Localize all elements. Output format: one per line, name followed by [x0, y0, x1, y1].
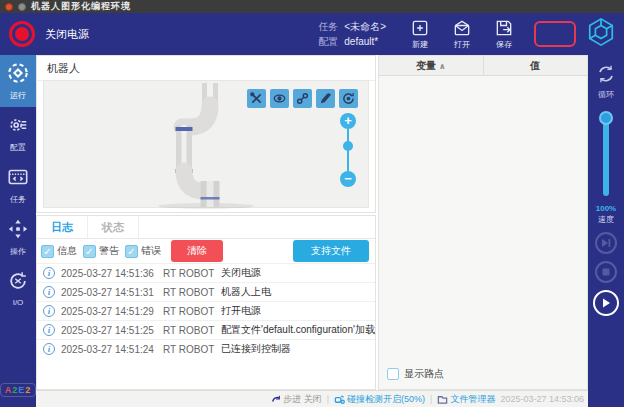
- log-source: RT ROBOT: [163, 268, 221, 279]
- loop-toggle[interactable]: 循环: [595, 63, 617, 100]
- zoom-out-button[interactable]: −: [340, 171, 356, 187]
- step-forward-button[interactable]: [595, 232, 617, 254]
- sidebar-item-run[interactable]: 运行: [0, 55, 36, 107]
- sidebar-item-io[interactable]: I/O: [0, 263, 36, 313]
- new-task-label: 新建: [412, 39, 428, 50]
- status-timestamp: 2025-03-27 14:53:06: [500, 394, 584, 404]
- robot-3d-viewport[interactable]: + −: [43, 80, 369, 208]
- log-row[interactable]: i 2025-03-27 14:51:24 RT ROBOT 已连接到控制器: [37, 339, 375, 358]
- file-manager-link[interactable]: 文件管理器: [437, 393, 495, 406]
- log-message: 打开电源: [221, 304, 261, 318]
- brand-a2e2: A2E2: [0, 383, 36, 397]
- file-manager-label: 文件管理器: [450, 393, 495, 406]
- log-rows: i 2025-03-27 14:51:36 RT ROBOT 关闭电源 i 20…: [37, 263, 375, 389]
- tools-button[interactable]: [247, 89, 266, 108]
- window-close-icon[interactable]: [5, 3, 13, 11]
- left-sidebar: 运行 配置 任务 操作 I/O A2E2: [0, 55, 36, 407]
- filter-info-label: 信息: [57, 244, 77, 258]
- separator: |: [327, 394, 329, 404]
- zoom-control: + −: [340, 113, 356, 187]
- column-variable[interactable]: 变量∧: [379, 56, 484, 75]
- play-icon: [600, 297, 612, 309]
- play-button[interactable]: [593, 290, 619, 316]
- speed-slider-handle[interactable]: [599, 111, 613, 125]
- log-row[interactable]: i 2025-03-27 14:51:29 RT ROBOT 打开电源: [37, 301, 375, 320]
- show-waypoints-label: 显示路点: [404, 367, 444, 381]
- log-time: 2025-03-27 14:51:25: [61, 325, 163, 336]
- checkbox-checked-icon: ✓: [125, 245, 138, 258]
- filter-warning-checkbox[interactable]: ✓警告: [83, 244, 119, 258]
- joint-button[interactable]: [293, 89, 312, 108]
- zoom-slider-handle[interactable]: [343, 141, 353, 151]
- info-icon: i: [43, 305, 55, 317]
- task-value: <未命名>: [344, 21, 386, 32]
- column-value[interactable]: 值: [484, 56, 588, 75]
- variables-header: 变量∧ 值: [379, 56, 587, 76]
- collision-detection-status[interactable]: 碰撞检测开启(50%): [334, 393, 425, 406]
- sidebar-item-config-label: 配置: [10, 142, 26, 153]
- stop-button[interactable]: [595, 261, 617, 283]
- config-icon: [7, 114, 29, 140]
- separator: |: [430, 394, 432, 404]
- file-manager-icon: [437, 394, 448, 405]
- log-row[interactable]: i 2025-03-27 14:51:31 RT ROBOT 机器人上电: [37, 282, 375, 301]
- collision-detection-label: 碰撞检测开启(50%): [347, 393, 425, 406]
- rotate-view-button[interactable]: [339, 89, 358, 108]
- window-minimize-icon[interactable]: [18, 3, 26, 11]
- robot-panel: 机器人 + −: [36, 55, 376, 213]
- loop-label: 循环: [598, 89, 614, 100]
- zoom-in-button[interactable]: +: [340, 113, 356, 129]
- robot-panel-title: 机器人: [37, 56, 375, 81]
- operate-icon: [7, 218, 29, 244]
- sidebar-item-config[interactable]: 配置: [0, 107, 36, 159]
- collision-detection-icon: [334, 394, 345, 405]
- brand-letter: 2: [25, 385, 31, 395]
- eye-button[interactable]: [270, 89, 289, 108]
- speed-slider[interactable]: [603, 116, 609, 196]
- app-header: 关闭电源 任务<未命名> 配置default* 新建 打开 保存: [0, 13, 624, 55]
- task-label: 任务: [318, 21, 338, 32]
- power-icon: [15, 27, 29, 41]
- column-value-label: 值: [530, 60, 540, 71]
- config-label: 配置: [318, 36, 338, 47]
- save-task-button[interactable]: 保存: [484, 18, 524, 50]
- right-toolbar: 循环 100% 速度: [588, 55, 624, 407]
- log-message: 已连接到控制器: [221, 342, 291, 356]
- sidebar-item-task[interactable]: 任务: [0, 159, 36, 211]
- zoom-slider[interactable]: [347, 129, 349, 171]
- log-time: 2025-03-27 14:51:24: [61, 344, 163, 355]
- column-variable-label: 变量: [416, 60, 436, 71]
- filter-info-checkbox[interactable]: ✓信息: [41, 244, 77, 258]
- sidebar-item-operate-label: 操作: [10, 246, 26, 257]
- log-row[interactable]: i 2025-03-27 14:51:36 RT ROBOT 关闭电源: [37, 263, 375, 282]
- new-task-button[interactable]: 新建: [400, 18, 440, 50]
- checkbox-checked-icon: ✓: [83, 245, 96, 258]
- info-icon: i: [43, 324, 55, 336]
- tab-log[interactable]: 日志: [37, 216, 88, 238]
- checkbox-unchecked-icon: [387, 368, 399, 380]
- log-source: RT ROBOT: [163, 287, 221, 298]
- power-button[interactable]: [9, 21, 35, 47]
- variables-panel: 变量∧ 值 显示路点: [378, 55, 588, 390]
- viewport-toolbar: [247, 89, 358, 108]
- log-source: RT ROBOT: [163, 325, 221, 336]
- sidebar-item-operate[interactable]: 操作: [0, 211, 36, 263]
- clear-log-button[interactable]: 清除: [171, 240, 223, 262]
- support-files-button[interactable]: 支持文件: [293, 240, 369, 262]
- open-task-button[interactable]: 打开: [442, 18, 482, 50]
- filter-error-label: 错误: [141, 244, 161, 258]
- filter-error-checkbox[interactable]: ✓错误: [125, 244, 161, 258]
- step-status[interactable]: 步进 关闭: [271, 393, 322, 406]
- tab-status[interactable]: 状态: [88, 216, 139, 238]
- log-row[interactable]: i 2025-03-27 14:51:25 RT ROBOT 配置文件'defa…: [37, 320, 375, 339]
- brush-button[interactable]: [316, 89, 335, 108]
- log-tabs: 日志 状态: [37, 216, 375, 239]
- log-panel: 日志 状态 ✓信息 ✓警告 ✓错误 清除 支持文件 i 2025-03-27 1…: [36, 215, 376, 390]
- log-time: 2025-03-27 14:51:36: [61, 268, 163, 279]
- new-file-icon: [410, 18, 430, 38]
- open-file-icon: [452, 18, 472, 38]
- log-source: RT ROBOT: [163, 306, 221, 317]
- checkbox-checked-icon: ✓: [41, 245, 54, 258]
- show-waypoints-checkbox[interactable]: 显示路点: [387, 367, 444, 381]
- task-config-block: 任务<未命名> 配置default*: [318, 19, 386, 49]
